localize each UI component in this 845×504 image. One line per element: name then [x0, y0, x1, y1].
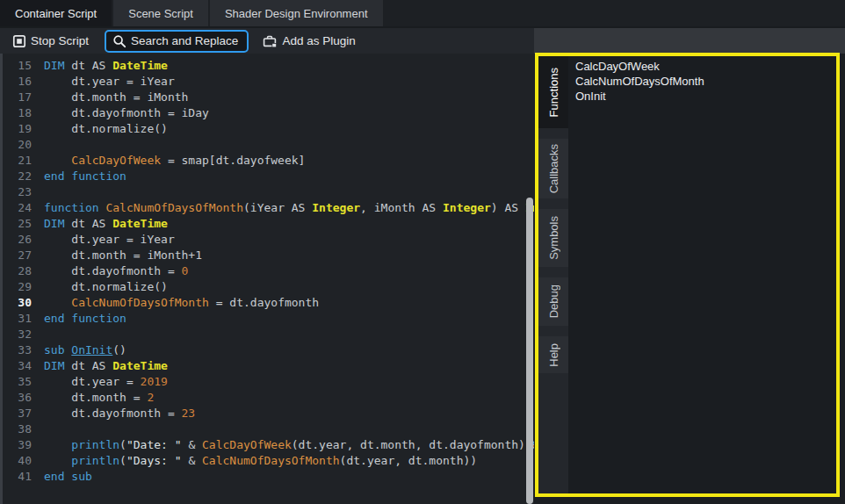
line-number: 17 [3, 90, 32, 105]
line-code: dt.month = iMonth [44, 90, 188, 105]
code-line-41[interactable]: 41end sub [3, 469, 534, 485]
search-icon [112, 34, 126, 48]
function-list-item[interactable]: CalcDayOfWeek [575, 59, 836, 74]
line-number: 25 [3, 216, 32, 232]
line-code: dt.year = iYear [44, 74, 175, 90]
code-line-36[interactable]: 36 dt.month = 2 [3, 390, 534, 406]
side-tab-functions[interactable]: Functions [538, 56, 568, 128]
line-number: 20 [3, 137, 32, 153]
line-code: CalcDayOfWeek = smap[dt.dayofweek] [44, 153, 305, 169]
code-line-18[interactable]: 18 dt.dayofmonth = iDay [3, 105, 534, 121]
side-tab-label: Symbols [547, 216, 560, 260]
code-line-26[interactable]: 26 dt.year = iYear [3, 232, 534, 248]
line-number: 30 [3, 295, 32, 311]
line-code: end function [44, 311, 126, 327]
line-number: 26 [3, 232, 32, 248]
line-number: 23 [3, 184, 32, 200]
line-number: 34 [3, 358, 32, 374]
line-code: dt.year = iYear [44, 232, 175, 248]
add-as-plugin-label: Add as Plugin [282, 34, 355, 47]
code-line-15[interactable]: 15DIM dt AS DateTime [3, 58, 534, 74]
line-number: 19 [3, 121, 32, 137]
line-code: dt.dayofmonth = 23 [44, 406, 195, 421]
code-line-21[interactable]: 21 CalcDayOfWeek = smap[dt.dayofweek] [3, 153, 534, 169]
line-code: dt.normalize() [44, 279, 168, 295]
line-code: dt.dayofmonth = 0 [44, 263, 188, 279]
line-code: sub OnInit() [44, 342, 126, 358]
code-line-23[interactable]: 23 [3, 184, 534, 200]
code-line-22[interactable]: 22end function [3, 169, 534, 184]
line-number: 32 [3, 327, 32, 342]
line-code: end sub [44, 469, 92, 485]
line-number: 22 [3, 169, 32, 184]
code-line-33[interactable]: 33sub OnInit() [3, 342, 534, 358]
code-line-25[interactable]: 25DIM dt AS DateTime [3, 216, 534, 232]
tab-shader-design-environment[interactable]: Shader Design Environment [210, 0, 383, 26]
code-line-24[interactable]: 24function CalcNumOfDaysOfMonth(iYear AS… [3, 200, 534, 216]
side-tab-label: Callbacks [547, 144, 560, 193]
line-number: 33 [3, 342, 32, 358]
document-tab-bar: Container ScriptScene ScriptShader Desig… [0, 0, 845, 26]
line-code: DIM dt AS DateTime [44, 358, 168, 374]
line-code: end function [44, 169, 126, 184]
function-list-item[interactable]: OnInit [575, 89, 836, 104]
side-tab-label: Debug [547, 284, 560, 318]
stop-script-button[interactable]: Stop Script [5, 32, 96, 51]
code-line-20[interactable]: 20 [3, 137, 534, 153]
line-code: dt.month = iMonth+1 [44, 248, 202, 263]
line-number: 24 [3, 200, 32, 216]
line-number: 28 [3, 263, 32, 279]
tab-scene-script[interactable]: Scene Script [113, 0, 208, 26]
code-line-38[interactable]: 38 [3, 421, 534, 437]
code-line-19[interactable]: 19 dt.normalize() [3, 121, 534, 137]
line-code: dt.dayofmonth = iDay [44, 105, 209, 121]
add-as-plugin-button[interactable]: Add as Plugin [256, 32, 362, 51]
code-line-32[interactable]: 32 [3, 327, 534, 342]
line-number: 35 [3, 374, 32, 390]
code-line-29[interactable]: 29 dt.normalize() [3, 279, 534, 295]
side-tab-label: Help [547, 343, 560, 367]
line-code: dt.month = 2 [44, 390, 154, 406]
code-line-30[interactable]: 30 CalcNumOfDaysOfMonth = dt.dayofmonth [3, 295, 534, 311]
line-number: 40 [3, 453, 32, 469]
script-editor-window: { "tabs": [ {"label": "Container Script"… [0, 0, 845, 504]
functions-list[interactable]: CalcDayOfWeekCalcNumOfDaysOfMonthOnInit [568, 56, 836, 493]
line-code: DIM dt AS DateTime [44, 216, 168, 232]
line-number: 15 [3, 58, 32, 74]
script-toolbar: Stop Script Search and Replace Add as Pl… [0, 26, 534, 54]
line-number: 21 [3, 153, 32, 169]
line-code: println("Date: " & CalcDayOfWeek(dt.year… [44, 437, 534, 453]
side-tab-callbacks[interactable]: Callbacks [538, 139, 568, 198]
side-tab-label: Functions [547, 68, 560, 117]
line-code: dt.year = 2019 [44, 374, 168, 390]
line-code: println("Days: " & CalcNumOfDaysOfMonth(… [44, 453, 477, 469]
function-list-item[interactable]: CalcNumOfDaysOfMonth [575, 74, 836, 89]
tab-container-script[interactable]: Container Script [0, 0, 112, 26]
code-line-35[interactable]: 35 dt.year = 2019 [3, 374, 534, 390]
line-number: 31 [3, 311, 32, 327]
stop-script-label: Stop Script [31, 34, 89, 47]
code-line-27[interactable]: 27 dt.month = iMonth+1 [3, 248, 534, 263]
line-code: dt.normalize() [44, 121, 168, 137]
code-line-37[interactable]: 37 dt.dayofmonth = 23 [3, 406, 534, 421]
line-number: 27 [3, 248, 32, 263]
code-editor[interactable]: 15DIM dt AS DateTime16 dt.year = iYear17… [0, 54, 534, 504]
search-and-replace-button[interactable]: Search and Replace [105, 30, 249, 53]
code-line-34[interactable]: 34DIM dt AS DateTime [3, 358, 534, 374]
code-line-17[interactable]: 17 dt.month = iMonth [3, 90, 534, 105]
tab-label: Shader Design Environment [225, 7, 368, 20]
editor-vertical-scrollbar[interactable] [526, 198, 533, 504]
code-line-16[interactable]: 16 dt.year = iYear [3, 74, 534, 90]
side-tab-help[interactable]: Help [538, 336, 568, 373]
side-tab-symbols[interactable]: Symbols [538, 209, 568, 267]
search-and-replace-label: Search and Replace [131, 34, 238, 47]
code-line-28[interactable]: 28 dt.dayofmonth = 0 [3, 263, 534, 279]
symbols-side-panel: FunctionsCallbacksSymbolsDebugHelp CalcD… [535, 53, 840, 497]
code-line-40[interactable]: 40 println("Days: " & CalcNumOfDaysOfMon… [3, 453, 534, 469]
line-number: 37 [3, 406, 32, 421]
side-tab-debug[interactable]: Debug [538, 277, 568, 326]
toolbar-right-spacer [534, 26, 845, 54]
line-number: 18 [3, 105, 32, 121]
code-line-39[interactable]: 39 println("Date: " & CalcDayOfWeek(dt.y… [3, 437, 534, 453]
code-line-31[interactable]: 31end function [3, 311, 534, 327]
